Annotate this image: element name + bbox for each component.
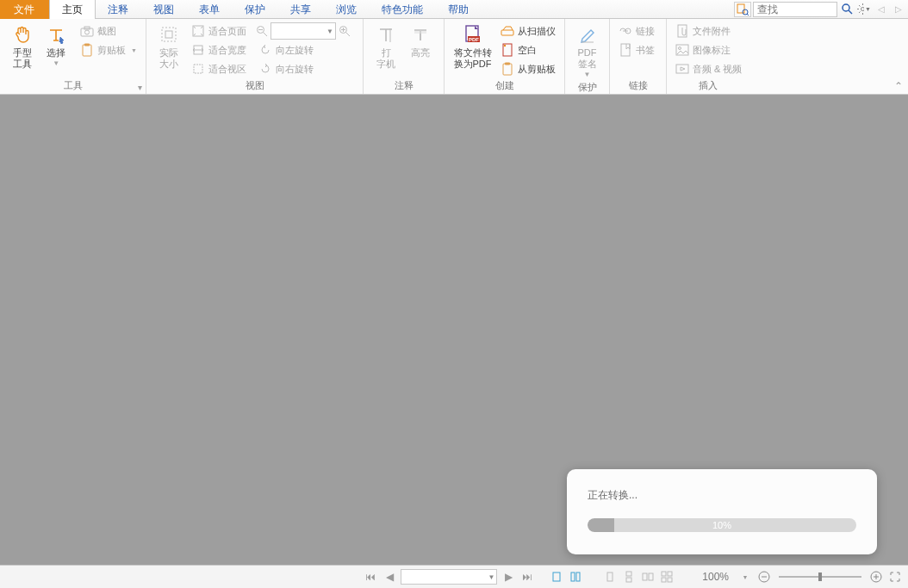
fit-page-label: 适合页面 (208, 25, 246, 38)
zoom-dropdown-button[interactable]: ▼ (737, 569, 753, 585)
fullscreen-button[interactable] (887, 569, 903, 585)
tab-home[interactable]: 主页 (49, 0, 96, 19)
view-mode-2-button[interactable] (568, 569, 583, 585)
blank-page-label: 空白 (518, 44, 537, 57)
progress-label: 正在转换... (588, 488, 856, 503)
last-page-button[interactable]: ⏭ (519, 569, 535, 585)
first-page-button[interactable]: ⏮ (363, 569, 378, 585)
pdf-sign-button[interactable]: PDF 签名 ▼ (570, 22, 604, 79)
nav-prev-button[interactable]: ◁ (874, 2, 889, 17)
svg-rect-49 (576, 573, 580, 581)
select-tool-button[interactable]: 选择 ▼ (40, 22, 74, 68)
page-number-combo[interactable]: ▼ (401, 569, 497, 585)
link-button[interactable]: 链接 (615, 22, 658, 40)
group-launcher-icon[interactable]: ▾ (138, 83, 142, 92)
chevron-down-icon: ▼ (53, 61, 59, 66)
tab-view[interactable]: 视图 (141, 0, 187, 19)
actual-size-icon (159, 24, 179, 45)
zoom-slider[interactable] (779, 576, 861, 578)
fit-width-label: 适合宽度 (208, 44, 246, 57)
group-tools: 手型 工具 选择 ▼ 截图 剪贴板 ▼ 工具▾ (0, 19, 146, 94)
convert-to-pdf-button[interactable]: PDF 将文件转 换为PDF (450, 22, 495, 71)
screenshot-button[interactable]: 截图 (77, 22, 140, 40)
last-page-icon: ⏭ (522, 571, 532, 583)
image-annot-button[interactable]: 图像标注 (672, 41, 745, 59)
hand-tool-button[interactable]: 手型 工具 (5, 22, 40, 71)
tab-browse[interactable]: 浏览 (324, 0, 370, 19)
hand-icon (12, 24, 33, 45)
group-protect-label: 保护 (570, 79, 604, 94)
group-links-label: 链接 (615, 77, 661, 92)
next-page-button[interactable]: ▶ (501, 569, 516, 585)
svg-rect-19 (162, 28, 176, 41)
svg-line-10 (859, 5, 861, 7)
advanced-search-button[interactable] (734, 2, 751, 17)
rotate-left-button[interactable]: 向左旋转 (255, 41, 351, 59)
search-go-button[interactable] (839, 2, 855, 17)
blank-page-button[interactable]: 空白 (497, 41, 559, 59)
tab-share[interactable]: 共享 (278, 0, 324, 19)
view-mode-1-button[interactable] (549, 569, 564, 585)
page-search-icon (737, 3, 749, 15)
attachment-label: 文件附件 (693, 25, 731, 38)
continuous-facing-icon (661, 571, 673, 583)
menu-bar: 文件 主页 注释 视图 表单 保护 共享 浏览 特色功能 帮助 ▼ ◁ ▷ (0, 0, 908, 19)
tab-file[interactable]: 文件 (0, 0, 49, 19)
from-clipboard-button[interactable]: 从剪贴板 (497, 60, 559, 77)
zoom-in-icon[interactable] (338, 24, 351, 38)
zoom-out-button[interactable] (756, 569, 772, 585)
ribbon: 手型 工具 选择 ▼ 截图 剪贴板 ▼ 工具▾ (0, 19, 908, 95)
svg-point-5 (861, 8, 865, 11)
svg-line-26 (264, 33, 268, 37)
rotate-right-label: 向右旋转 (276, 63, 314, 76)
tab-protect[interactable]: 保护 (233, 0, 278, 19)
attachment-button[interactable]: 文件附件 (672, 22, 745, 40)
svg-text:PDF: PDF (469, 37, 479, 42)
zoom-in-button[interactable] (868, 569, 884, 585)
status-bar: ⏮ ◀ ▼ ▶ ⏭ 100% ▼ (0, 566, 908, 588)
from-clipboard-label: 从剪贴板 (518, 63, 556, 76)
highlight-button[interactable]: 高亮 (403, 22, 438, 60)
nav-next-button[interactable]: ▷ (891, 2, 906, 17)
bookmark-icon (619, 43, 632, 57)
actual-size-button[interactable]: 实际 大小 (152, 22, 186, 71)
audio-video-button[interactable]: 音频 & 视频 (672, 60, 745, 77)
zoom-combo[interactable]: ▼ (271, 22, 336, 40)
zoom-out-icon[interactable] (255, 24, 269, 38)
rotate-right-button[interactable]: 向右旋转 (255, 60, 351, 77)
facing-page-button[interactable] (640, 569, 656, 585)
typewriter-button[interactable]: 打 字机 (369, 22, 403, 71)
search-input[interactable] (753, 2, 837, 17)
ribbon-collapse-button[interactable]: ⌃ (894, 80, 903, 92)
fit-width-icon (191, 43, 205, 57)
svg-rect-52 (626, 578, 631, 582)
group-tools-label: 工具▾ (5, 77, 140, 92)
prev-page-button[interactable]: ◀ (382, 569, 397, 585)
clipboard-button[interactable]: 剪贴板 ▼ (77, 41, 140, 59)
continuous-facing-button[interactable] (659, 569, 675, 585)
tab-comment[interactable]: 注释 (96, 0, 141, 19)
camera-icon (80, 24, 94, 38)
continuous-page-button[interactable] (621, 569, 637, 585)
tab-help[interactable]: 帮助 (436, 0, 482, 19)
hand-tool-label: 手型 工具 (13, 47, 32, 70)
tab-feature[interactable]: 特色功能 (370, 0, 436, 19)
from-scanner-button[interactable]: 从扫描仪 (497, 22, 559, 40)
bookmark-button[interactable]: 书签 (615, 41, 658, 59)
single-page-button[interactable] (602, 569, 618, 585)
triangle-left-icon: ◁ (878, 4, 885, 14)
svg-line-4 (849, 10, 852, 14)
settings-button[interactable]: ▼ (856, 2, 872, 17)
zoom-slider-thumb[interactable] (818, 573, 822, 581)
chevron-down-icon: ▼ (488, 573, 494, 581)
highlight-label: 高亮 (411, 47, 430, 59)
screenshot-label: 截图 (97, 25, 116, 38)
rotate-left-icon (258, 43, 272, 57)
rotate-left-label: 向左旋转 (276, 44, 314, 57)
fit-page-button[interactable]: 适合页面 (188, 22, 250, 40)
fit-visible-button[interactable]: 适合视区 (188, 60, 250, 77)
fit-width-button[interactable]: 适合宽度 (188, 41, 250, 59)
tab-form[interactable]: 表单 (187, 0, 233, 19)
page-layout-icon (569, 571, 581, 583)
group-create: PDF 将文件转 换为PDF 从扫描仪 空白 从剪贴板 创建 (445, 19, 565, 94)
